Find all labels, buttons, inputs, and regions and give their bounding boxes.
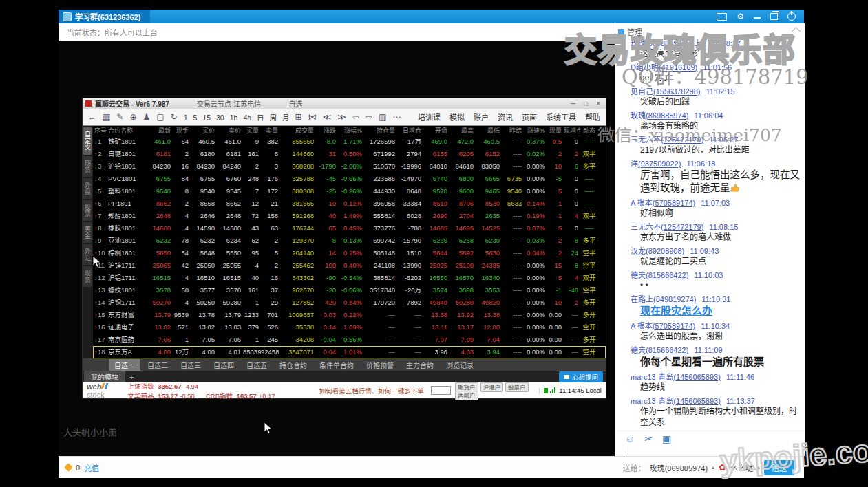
message-sender-id[interactable]: (41916169): [659, 63, 697, 72]
scroll-right-icon[interactable]: »: [601, 126, 604, 136]
send-gift-button[interactable]: 赠送: [764, 460, 794, 475]
minimize-icon[interactable]: ─: [571, 100, 575, 107]
column-header[interactable]: 持仓量: [364, 126, 397, 136]
table-row[interactable]: ↓17南京医药7.0617.057.06124534208-0.04-0.56%…: [93, 334, 606, 346]
close-icon[interactable]: ×: [596, 100, 600, 107]
table-row[interactable]: ↓4PVC180167558467556760248176325788-45-0…: [93, 173, 606, 185]
message-sender[interactable]: 玫瑰: [631, 111, 646, 120]
menu-item-3[interactable]: 资讯: [498, 111, 513, 122]
grid-layout-icon[interactable]: ▦: [103, 112, 110, 122]
menu-item-5[interactable]: 系统工具: [546, 111, 576, 122]
message-sender-id[interactable]: (570589174): [653, 199, 695, 207]
column-header[interactable]: 成交量: [280, 126, 316, 136]
message-sender-id[interactable]: (849819274): [653, 295, 696, 303]
message-sender-id[interactable]: (570589174): [653, 322, 695, 330]
menu-item-4[interactable]: 页面: [522, 111, 537, 122]
table-row[interactable]: ↑16证通电子13.0257113.0213.03379526355380.14…: [93, 321, 606, 334]
message-sender-id[interactable]: (125472179): [661, 223, 703, 231]
market-tab-0[interactable]: 自定义: [83, 127, 92, 155]
message-sender[interactable]: 见自己: [631, 87, 653, 96]
column-header[interactable]: 合约名称: [108, 126, 147, 136]
watchlist-tab-1[interactable]: 自选二: [142, 359, 173, 371]
timeframe-周[interactable]: 周: [270, 113, 277, 122]
message-sender[interactable]: 德夫: [631, 271, 646, 279]
message-sender[interactable]: 三无六不: [631, 223, 661, 231]
app-titlebar[interactable]: 学习群(631236362) ⚙: [59, 10, 804, 23]
menu-item-2[interactable]: 账户: [474, 111, 489, 122]
message-sender-id[interactable]: (1456065893): [673, 397, 721, 405]
timeframe-日[interactable]: 日: [257, 113, 264, 122]
column-header[interactable]: 现增仓: [564, 126, 580, 136]
table-row[interactable]: ↑6PP180186622865886621221381666100.12%39…: [93, 197, 606, 210]
prev-fast-icon[interactable]: ≪: [323, 112, 332, 122]
account-button-1[interactable]: 沪港户: [480, 382, 504, 392]
tab-my-modules[interactable]: 我的模块: [84, 371, 125, 382]
column-header[interactable]: 现手: [173, 126, 191, 136]
watchlist-tab-3[interactable]: 自选四: [208, 359, 240, 371]
timeframe-5[interactable]: 5: [193, 113, 197, 122]
column-header[interactable]: 涨跌: [316, 126, 338, 136]
column-header[interactable]: 最低: [476, 126, 502, 136]
power-icon[interactable]: [787, 12, 796, 21]
watchlist-tab-9[interactable]: 浏览记录: [441, 359, 479, 371]
market-tab-3[interactable]: 股票: [83, 200, 92, 221]
recharge-link[interactable]: 充值: [84, 462, 99, 473]
add-module-button[interactable]: +: [129, 373, 134, 381]
market-tab-2[interactable]: 外盘: [83, 178, 92, 199]
watchlist-tab-0[interactable]: 自选一: [109, 359, 140, 371]
message-sender-id[interactable]: (815666422): [646, 271, 688, 279]
watchlist-tab-4[interactable]: 自选五: [241, 359, 273, 371]
menu-item-1[interactable]: 模拟: [449, 111, 465, 122]
restore-icon[interactable]: [770, 13, 778, 20]
table-row[interactable]: ↓13螺纹18013578503577357816137962670-20-0.…: [93, 284, 606, 296]
column-header[interactable]: 最高: [449, 126, 476, 136]
prev-icon[interactable]: ⇦: [352, 112, 359, 122]
back-icon[interactable]: ←: [88, 112, 96, 122]
timeframe-4h[interactable]: 4h: [243, 113, 251, 122]
crosshair-icon[interactable]: ⊕: [129, 112, 136, 122]
table-row[interactable]: ↓9豆油180162327862326234622129370-8-0.13%6…: [93, 235, 606, 247]
table-row[interactable]: ↓3沪铅18018423016842308424023368288-1790-2…: [93, 160, 606, 173]
message-sender-id[interactable]: (1556378298): [653, 87, 701, 96]
message-sender-id[interactable]: (125472179): [661, 136, 703, 144]
column-header[interactable]: 涨幅%: [338, 126, 364, 136]
message-sender[interactable]: 德夫: [631, 346, 646, 354]
screenshot-scissors-icon[interactable]: ✂: [644, 434, 653, 444]
more-icon[interactable]: ⋯: [392, 112, 401, 122]
next-fast-icon[interactable]: ≫: [337, 112, 346, 122]
column-header[interactable]: 开盘: [423, 126, 449, 136]
help-question-badge[interactable]: 心想提问: [559, 371, 603, 382]
message-sender-id[interactable]: (89208908): [646, 247, 684, 255]
statusbar-notice[interactable]: 如何看第五档行情、如何一键多下单: [319, 386, 424, 396]
refresh-icon[interactable]: ↻: [171, 112, 178, 122]
account-button-2[interactable]: 股票户: [505, 382, 529, 392]
message-sender[interactable]: 汉龙: [631, 247, 646, 255]
account-button-3[interactable]: 两融户: [455, 391, 478, 400]
watchlist-tab-6[interactable]: 条件单合约: [314, 359, 359, 371]
settings-gear-icon[interactable]: ⚙: [737, 12, 744, 21]
watchlist-tab-2[interactable]: 自选三: [175, 359, 207, 371]
timeframe-1[interactable]: 1: [184, 113, 188, 122]
table-icon[interactable]: ▥: [379, 112, 386, 122]
message-sender[interactable]: A 根本: [631, 322, 653, 330]
maximize-icon[interactable]: □: [584, 100, 588, 107]
column-header[interactable]: 买量: [243, 126, 261, 136]
menu-item-6[interactable]: 帮助: [585, 111, 600, 122]
next-icon[interactable]: ⇨: [366, 112, 372, 122]
watchlist-tab-8[interactable]: 主力合约: [401, 359, 439, 371]
timeframe-1h[interactable]: 1h: [230, 113, 238, 122]
message-sender-id[interactable]: (869885974): [646, 39, 688, 47]
message-sender[interactable]: 在路上: [631, 295, 653, 303]
zoom-in-icon[interactable]: ⊞: [295, 112, 302, 122]
column-header[interactable]: 卖量: [261, 126, 280, 136]
table-row[interactable]: ↓5塑料180195408954095457172380308-25-0.26%…: [93, 185, 606, 197]
watchlist-tab-5[interactable]: 持仓合约: [274, 359, 313, 371]
draw-line-icon[interactable]: ✎: [116, 112, 123, 122]
column-header[interactable]: 昨结: [502, 126, 524, 136]
market-tab-1[interactable]: 期货: [83, 156, 92, 177]
trading-titlebar[interactable]: 赢顺云交易 - Ver6 7.987 交易云节点-江苏电信 自选 ─□×: [83, 98, 606, 109]
indicator-icon[interactable]: ♟: [142, 112, 150, 122]
table-row[interactable]: ↑11沪锌171125065422505025055422554621000.4…: [93, 259, 606, 272]
table-row[interactable]: ↑18京东方A4.0012万4.004.01850399245835470710…: [93, 346, 606, 358]
message-sender[interactable]: marc13-青岛: [631, 397, 673, 405]
